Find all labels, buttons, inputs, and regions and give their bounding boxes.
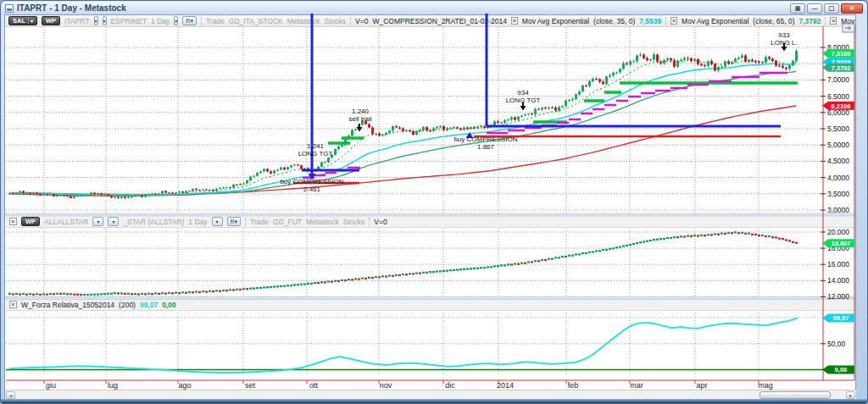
p2-field-label-6: 1 Day [188, 218, 207, 226]
panel3-toolbar: ✕W_Forza Relativa_15052014(200)99,070,00 [6, 299, 854, 311]
p2-label-15: V=0 [374, 218, 387, 226]
p1-dropdown-icon-4[interactable]: ▾ [103, 16, 107, 25]
separator [369, 218, 370, 226]
p1-r-button[interactable]: R▾ [182, 16, 197, 25]
p2-checkbox-0[interactable]: ✕ [9, 218, 17, 225]
caret-icon: ▾ [28, 18, 33, 24]
p1-label-19: (close, 35, 0) [593, 17, 635, 25]
window-controls: ▣—▢✕ [790, 3, 863, 14]
p1-label-16: W_COMPRESSION_2RATEI_01-02-2014 [372, 17, 507, 25]
p2-dropdown-icon-3[interactable]: ▾ [92, 217, 103, 226]
p2-r-button[interactable]: R▾ [227, 217, 242, 226]
p1-label-18: Mov Avg Exponential [522, 17, 589, 25]
window-title: ITAPRT - 1 Day - Metastock [17, 3, 126, 13]
chart-client-area [4, 14, 856, 400]
p1-dropdown-icon-3[interactable]: ▾ [94, 16, 98, 25]
p2-field-label-10: Trade [250, 218, 269, 226]
p1-field-label-6: 1 Day [151, 17, 170, 25]
p1-label-28: Mov Avg Exponential [841, 17, 855, 25]
p1-checkbox-27[interactable]: ✕ [830, 17, 837, 25]
p1-value-20: 7,5539 [639, 17, 661, 25]
p3-label-1: W_Forza Relativa_15052014 [21, 301, 114, 309]
window-menu-button[interactable]: ▣ [790, 3, 805, 14]
window-bottom-frame [1, 399, 867, 403]
separator [350, 17, 351, 25]
p1-field-label-12: Metastock [287, 17, 320, 25]
maximize-button[interactable]: ▢ [824, 3, 839, 14]
p2-field-label-5: _STAR (ALLSTAR) [123, 218, 184, 226]
p1-field-label-11: GD_ITA_STOCK [229, 17, 283, 25]
p2-field-label-11: GD_FUT [273, 218, 302, 226]
metastock-window: ITAPRT - 1 Day - Metastock ▣—▢✕ SAL▾WPIT… [0, 0, 868, 404]
p1-button-sal[interactable]: SAL▾ [8, 16, 37, 25]
separator [245, 218, 246, 226]
title-bar[interactable]: ITAPRT - 1 Day - Metastock ▣—▢✕ [2, 2, 866, 14]
separator [665, 17, 666, 25]
scroll-right-arrow-icon[interactable]: ▸ [846, 391, 855, 399]
p2-field-label-12: Metastock [306, 218, 339, 226]
p2-button-wp[interactable]: WP [21, 217, 40, 226]
p1-checkbox-17[interactable]: ✕ [511, 17, 518, 25]
p1-button-wp[interactable]: WP [42, 16, 60, 25]
p1-checkbox-22[interactable]: ✕ [670, 17, 677, 25]
p2-dropdown-icon-7[interactable]: ▾ [212, 217, 223, 226]
p1-value-25: 7,3792 [798, 17, 821, 25]
p1-label-24: (close, 65, 0) [753, 17, 794, 25]
p3-label-2: (200) [119, 301, 136, 309]
minimize-button[interactable]: — [807, 3, 822, 14]
p2-field-label-13: Stocks [343, 218, 365, 226]
panel2-toolbar: ✕WPALLALLSTAR▾▾_STAR (ALLSTAR)1 Day▾R▾Tr… [6, 216, 854, 228]
p1-field-label-10: Trade [206, 17, 225, 25]
p1-label-23: Mov Avg Exponential [682, 17, 748, 25]
separator [825, 17, 826, 25]
scroll-left-arrow-icon[interactable]: ◂ [6, 391, 15, 399]
p1-dropdown-icon-7[interactable]: ▾ [174, 16, 178, 25]
panel1-toolbar: SAL▾WPITAPRT▾▾ESPRINET1 Day▾R▾TradeGD_IT… [5, 15, 855, 27]
p1-field-label-2: ITAPRT [64, 17, 89, 25]
p1-field-label-13: Stocks [325, 17, 347, 25]
separator [201, 17, 202, 25]
p2-dropdown-icon-4[interactable]: ▾ [108, 217, 119, 226]
scrollbar-thumb[interactable]: ⋯ [760, 391, 831, 399]
p1-label-15: V=0 [355, 17, 368, 25]
p2-field-label-2: ALLALLSTAR [44, 218, 88, 226]
p3-value-3: 99,07 [140, 301, 158, 309]
p3-checkbox-0[interactable]: ✕ [9, 301, 17, 308]
p3-value-4: 0,00 [162, 301, 176, 309]
horizontal-scrollbar[interactable]: ◂ ⋯ ▸ [5, 390, 856, 399]
app-icon [5, 4, 14, 13]
p1-field-label-5: ESPRINET [111, 17, 147, 25]
close-button[interactable]: ✕ [841, 3, 863, 14]
